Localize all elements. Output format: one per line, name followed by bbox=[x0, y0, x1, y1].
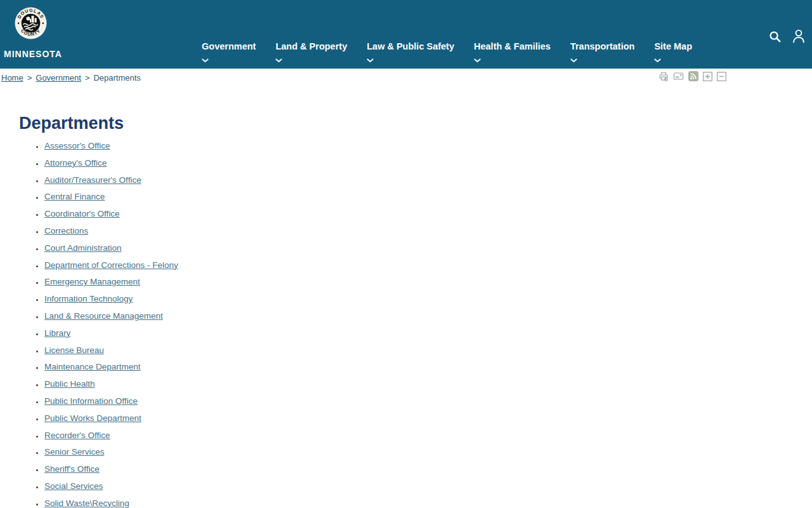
nav-item-label: Land & Property bbox=[275, 42, 347, 51]
print-icon[interactable] bbox=[658, 71, 669, 83]
department-list-item: Assessor's Office bbox=[44, 142, 812, 150]
search-icon[interactable] bbox=[768, 30, 782, 46]
department-link[interactable]: Assessor's Office bbox=[44, 141, 110, 150]
department-link[interactable]: Central Finance bbox=[44, 192, 105, 201]
user-account-icon[interactable] bbox=[792, 29, 806, 46]
chevron-down-icon bbox=[275, 54, 347, 58]
department-list-item: Public Works Department bbox=[44, 414, 812, 423]
department-list-item: Public Information Office bbox=[44, 397, 812, 406]
department-list-item: Court Administration bbox=[44, 244, 812, 253]
department-link[interactable]: Solid Waste\Recycling bbox=[44, 498, 129, 508]
department-list-item: Social Services bbox=[44, 482, 812, 491]
chevron-down-icon bbox=[654, 54, 692, 58]
nav-item-label: Site Map bbox=[654, 42, 692, 51]
department-link[interactable]: Information Technology bbox=[44, 294, 133, 304]
department-list-item: Department of Corrections - Felony bbox=[44, 261, 812, 270]
department-list-item: Public Health bbox=[44, 380, 812, 389]
department-link[interactable]: Public Works Department bbox=[44, 413, 141, 423]
page-title: Departments bbox=[19, 114, 812, 132]
department-link[interactable]: Land & Resource Management bbox=[44, 311, 163, 321]
nav-item[interactable]: Site Map bbox=[654, 42, 692, 58]
department-list-item: Attorney's Office bbox=[44, 159, 812, 168]
nav-item-label: Law & Public Safety bbox=[367, 42, 454, 51]
department-list-item: Central Finance bbox=[44, 192, 812, 201]
breadcrumb-separator: > bbox=[27, 73, 32, 83]
nav-item[interactable]: Law & Public Safety bbox=[367, 42, 454, 58]
header-actions bbox=[768, 29, 806, 46]
department-link[interactable]: Corrections bbox=[44, 226, 88, 236]
nav-item[interactable]: Health & Families bbox=[474, 42, 551, 58]
nav-item[interactable]: Transportation bbox=[570, 42, 635, 58]
department-link[interactable]: Maintenance Department bbox=[44, 362, 141, 371]
text-increase-icon[interactable] bbox=[703, 72, 712, 83]
department-list: Assessor's Office Attorney's Office Audi… bbox=[0, 142, 812, 508]
page-tools bbox=[658, 71, 726, 83]
county-seal-icon: DOUGLAS COUNTY bbox=[15, 7, 47, 39]
department-list-item: Emergency Management bbox=[44, 277, 812, 286]
department-list-item: Auditor/Treasurer's Office bbox=[44, 176, 812, 185]
main-content: Departments Assessor's Office Attorney's… bbox=[0, 114, 812, 508]
breadcrumb-link-home[interactable]: Home bbox=[1, 73, 23, 83]
department-link[interactable]: Library bbox=[44, 328, 70, 338]
department-list-item: Maintenance Department bbox=[44, 363, 812, 371]
nav-item[interactable]: Land & Property bbox=[275, 42, 347, 58]
chevron-down-icon bbox=[570, 54, 635, 58]
breadcrumb-separator: > bbox=[85, 73, 90, 83]
department-link[interactable]: Public Health bbox=[44, 379, 95, 389]
breadcrumb-current-page: Departments bbox=[93, 73, 140, 83]
breadcrumb: Home>Government>Departments bbox=[0, 69, 812, 86]
department-link[interactable]: Senior Services bbox=[44, 447, 105, 457]
department-list-item: Information Technology bbox=[44, 295, 812, 304]
department-link[interactable]: Attorney's Office bbox=[44, 158, 107, 168]
email-icon[interactable] bbox=[673, 71, 684, 83]
text-decrease-icon[interactable] bbox=[717, 72, 726, 83]
department-list-item: Sheriff's Office bbox=[44, 465, 812, 474]
main-nav: Government Land & Property Law & Public bbox=[202, 42, 692, 58]
rss-icon[interactable] bbox=[688, 71, 698, 83]
department-link[interactable]: Coordinator's Office bbox=[44, 209, 120, 218]
department-link[interactable]: Recorder's Office bbox=[44, 431, 110, 440]
department-link[interactable]: Sheriff's Office bbox=[44, 464, 100, 474]
department-list-item: Land & Resource Management bbox=[44, 312, 812, 321]
chevron-down-icon bbox=[367, 54, 454, 58]
nav-item-label: Government bbox=[202, 42, 256, 51]
department-list-item: Library bbox=[44, 329, 812, 338]
logo-state-label: MINNESOTA bbox=[4, 49, 58, 59]
nav-item[interactable]: Government bbox=[202, 42, 256, 58]
department-list-item: Coordinator's Office bbox=[44, 210, 812, 218]
department-link[interactable]: Court Administration bbox=[44, 243, 122, 253]
department-list-item: License Bureau bbox=[44, 346, 812, 355]
department-link[interactable]: Emergency Management bbox=[44, 277, 140, 286]
department-link[interactable]: Social Services bbox=[44, 481, 103, 491]
site-header: DOUGLAS COUNTY MINNESOTA Government bbox=[0, 0, 812, 69]
department-link[interactable]: License Bureau bbox=[44, 345, 104, 355]
department-list-item: Senior Services bbox=[44, 448, 812, 457]
department-link[interactable]: Public Information Office bbox=[44, 396, 138, 406]
breadcrumb-link-government[interactable]: Government bbox=[36, 73, 81, 83]
chevron-down-icon bbox=[474, 54, 551, 58]
department-list-item: Solid Waste\Recycling bbox=[44, 499, 812, 508]
department-list-item: Corrections bbox=[44, 227, 812, 236]
county-seal-logo[interactable]: DOUGLAS COUNTY bbox=[15, 7, 47, 39]
nav-item-label: Transportation bbox=[570, 42, 635, 51]
department-list-item: Recorder's Office bbox=[44, 431, 812, 440]
department-link[interactable]: Auditor/Treasurer's Office bbox=[44, 175, 141, 185]
department-link[interactable]: Department of Corrections - Felony bbox=[44, 260, 178, 270]
nav-item-label: Health & Families bbox=[474, 42, 551, 51]
chevron-down-icon bbox=[202, 54, 256, 58]
